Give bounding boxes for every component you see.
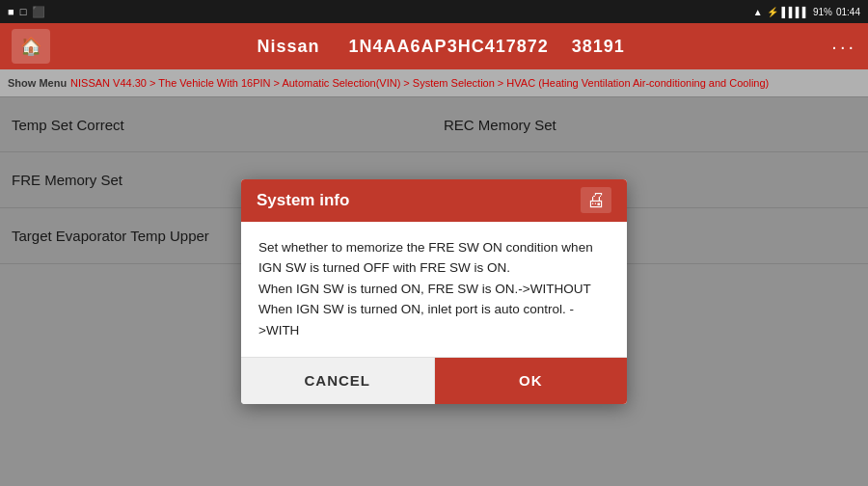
- time-display: 01:44: [836, 7, 860, 17]
- more-button[interactable]: ···: [831, 36, 856, 58]
- cancel-button[interactable]: CANCEL: [241, 358, 435, 404]
- bluetooth-icon: ⚡: [767, 7, 778, 17]
- brand-name: Nissan: [258, 37, 320, 56]
- signal-icon: ▌▌▌▌: [782, 7, 809, 17]
- vin-number: 1N4AA6AP3HC417872: [349, 37, 549, 56]
- system-info-dialog: System info 🖨 Set whether to memorize th…: [241, 179, 627, 404]
- app-icon-3: ⬛: [32, 6, 45, 18]
- print-button[interactable]: 🖨: [581, 187, 611, 213]
- app-icon-1: ■: [8, 6, 14, 17]
- home-button[interactable]: 🏠: [12, 29, 50, 64]
- status-right: ▲ ⚡ ▌▌▌▌ 91% 01:44: [753, 7, 860, 17]
- battery-text: 91%: [813, 7, 832, 17]
- wifi-icon: ▲: [753, 7, 763, 17]
- header-title: Nissan 1N4AA6AP3HC417872 38191: [258, 37, 625, 57]
- app-icon-2: □: [20, 6, 27, 17]
- dialog-body-text: Set whether to memorize the FRE SW ON co…: [258, 240, 593, 338]
- main-content: Temp Set Correct REC Memory Set FRE Memo…: [0, 96, 868, 486]
- header-bar: 🏠 Nissan 1N4AA6AP3HC417872 38191 ···: [0, 23, 868, 69]
- dialog-header: System info 🖨: [241, 179, 627, 222]
- home-icon: 🏠: [20, 36, 41, 57]
- ok-button[interactable]: OK: [435, 358, 628, 404]
- status-left: ■ □ ⬛: [8, 6, 45, 18]
- dialog-body: Set whether to memorize the FRE SW ON co…: [241, 222, 627, 357]
- breadcrumb-label: Show Menu: [8, 77, 67, 89]
- status-bar: ■ □ ⬛ ▲ ⚡ ▌▌▌▌ 91% 01:44: [0, 0, 868, 23]
- breadcrumb: Show Menu NISSAN V44.30 > The Vehicle Wi…: [0, 69, 868, 96]
- dialog-title: System info: [257, 191, 349, 210]
- device-code: 38191: [572, 37, 625, 56]
- dialog-footer: CANCEL OK: [241, 357, 627, 404]
- modal-overlay: System info 🖨 Set whether to memorize th…: [0, 96, 868, 486]
- breadcrumb-path: NISSAN V44.30 > The Vehicle With 16PIN >…: [70, 77, 769, 89]
